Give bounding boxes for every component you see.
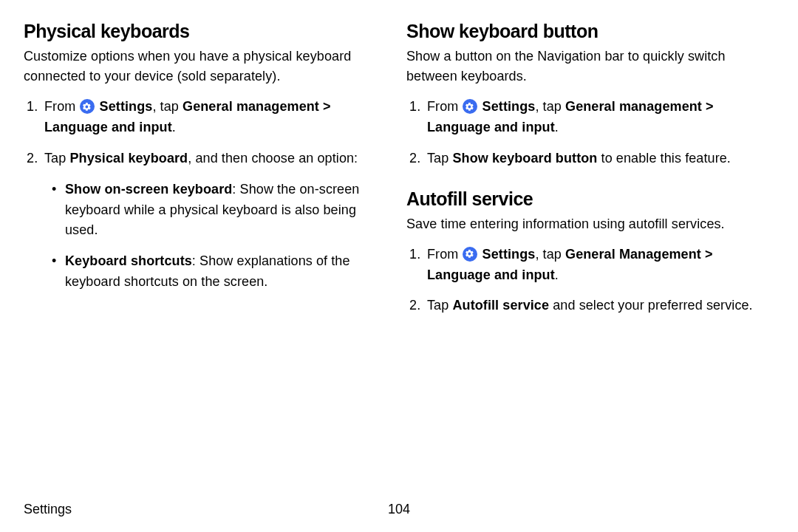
list-item: Keyboard shortcuts: Show explanations of… (50, 251, 392, 293)
intro-autofill-service: Save time entering information using aut… (406, 214, 774, 234)
steps-physical-keyboards: From Settings, tap General management > … (24, 97, 392, 293)
heading-physical-keyboards: Physical keyboards (24, 21, 392, 42)
settings-gear-icon (463, 247, 477, 262)
settings-gear-icon (80, 99, 95, 114)
page-number: 104 (388, 502, 410, 517)
step-2: Tap Physical keyboard, and then choose a… (24, 149, 392, 293)
page-footer: Settings 104 (24, 496, 774, 517)
settings-gear-icon (463, 99, 477, 114)
steps-autofill-service: From Settings, tap General Management > … (406, 245, 774, 317)
list-item: Show on-screen keyboard: Show the on-scr… (50, 180, 392, 242)
right-column: Show keyboard button Show a button on th… (406, 21, 774, 496)
steps-show-keyboard-button: From Settings, tap General management > … (406, 97, 774, 169)
heading-autofill-service: Autofill service (406, 188, 774, 210)
step-1: From Settings, tap General Management > … (406, 245, 774, 286)
intro-physical-keyboards: Customize options when you have a physic… (24, 47, 392, 86)
step-1: From Settings, tap General management > … (406, 97, 774, 138)
options-list: Show on-screen keyboard: Show the on-scr… (44, 180, 392, 293)
step-1: From Settings, tap General management > … (24, 97, 392, 138)
left-column: Physical keyboards Customize options whe… (24, 21, 392, 496)
footer-section-label: Settings (24, 502, 72, 517)
heading-show-keyboard-button: Show keyboard button (406, 21, 774, 42)
step-2: Tap Show keyboard button to enable this … (406, 149, 774, 169)
step-2: Tap Autofill service and select your pre… (406, 296, 774, 316)
intro-show-keyboard-button: Show a button on the Navigation bar to q… (406, 47, 774, 86)
